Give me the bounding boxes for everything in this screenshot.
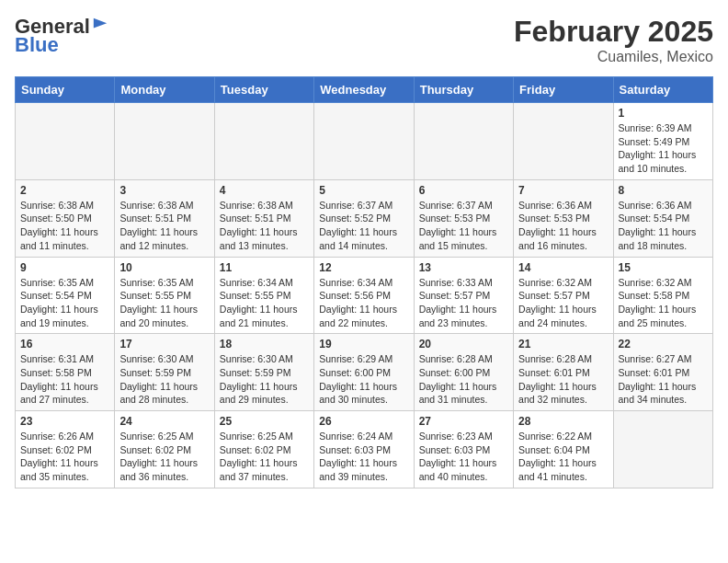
day-info: Sunrise: 6:34 AM Sunset: 5:56 PM Dayligh…	[319, 276, 408, 330]
calendar-cell: 9Sunrise: 6:35 AM Sunset: 5:54 PM Daylig…	[16, 257, 115, 334]
day-info: Sunrise: 6:30 AM Sunset: 5:59 PM Dayligh…	[220, 352, 309, 407]
day-info: Sunrise: 6:39 AM Sunset: 5:49 PM Dayligh…	[619, 121, 708, 176]
day-number: 5	[319, 184, 408, 197]
day-number: 9	[20, 261, 109, 274]
day-info: Sunrise: 6:28 AM Sunset: 6:01 PM Dayligh…	[518, 352, 608, 407]
day-info: Sunrise: 6:37 AM Sunset: 5:53 PM Dayligh…	[419, 199, 508, 253]
day-info: Sunrise: 6:32 AM Sunset: 5:58 PM Dayligh…	[619, 276, 708, 330]
day-number: 19	[319, 338, 408, 350]
day-info: Sunrise: 6:37 AM Sunset: 5:52 PM Dayligh…	[319, 199, 408, 253]
day-number: 6	[419, 184, 508, 197]
day-info: Sunrise: 6:38 AM Sunset: 5:50 PM Dayligh…	[20, 199, 109, 253]
calendar-cell: 27Sunrise: 6:23 AM Sunset: 6:03 PM Dayli…	[414, 411, 513, 488]
day-number: 15	[619, 261, 708, 274]
day-info: Sunrise: 6:24 AM Sunset: 6:03 PM Dayligh…	[319, 430, 408, 484]
title-block: February 2025 Cuamiles, Mexico	[514, 15, 713, 65]
calendar-cell: 24Sunrise: 6:25 AM Sunset: 6:02 PM Dayli…	[115, 411, 214, 488]
day-number: 12	[319, 261, 408, 274]
calendar-cell: 26Sunrise: 6:24 AM Sunset: 6:03 PM Dayli…	[314, 411, 414, 488]
calendar-cell: 19Sunrise: 6:29 AM Sunset: 6:00 PM Dayli…	[314, 334, 414, 411]
day-number: 24	[119, 415, 209, 428]
logo-flag-icon	[92, 17, 108, 33]
calendar-cell: 12Sunrise: 6:34 AM Sunset: 5:56 PM Dayli…	[314, 257, 414, 334]
day-number: 17	[119, 338, 209, 350]
day-info: Sunrise: 6:32 AM Sunset: 5:57 PM Dayligh…	[518, 276, 608, 330]
day-number: 21	[518, 338, 608, 350]
day-number: 3	[119, 184, 209, 197]
calendar-cell: 28Sunrise: 6:22 AM Sunset: 6:04 PM Dayli…	[514, 411, 613, 488]
calendar-cell	[414, 103, 513, 180]
calendar-cell: 1Sunrise: 6:39 AM Sunset: 5:49 PM Daylig…	[613, 103, 712, 180]
day-number: 14	[518, 261, 608, 274]
calendar-cell: 2Sunrise: 6:38 AM Sunset: 5:50 PM Daylig…	[16, 179, 115, 257]
day-number: 27	[419, 415, 508, 428]
calendar-week-row: 2Sunrise: 6:38 AM Sunset: 5:50 PM Daylig…	[16, 179, 713, 257]
day-number: 23	[20, 415, 109, 428]
day-number: 25	[220, 415, 309, 428]
day-info: Sunrise: 6:23 AM Sunset: 6:03 PM Dayligh…	[419, 430, 508, 484]
day-number: 22	[619, 338, 708, 350]
calendar-cell: 18Sunrise: 6:30 AM Sunset: 5:59 PM Dayli…	[214, 334, 313, 411]
calendar-cell: 15Sunrise: 6:32 AM Sunset: 5:58 PM Dayli…	[613, 257, 712, 334]
day-info: Sunrise: 6:38 AM Sunset: 5:51 PM Dayligh…	[119, 199, 209, 253]
calendar-cell: 6Sunrise: 6:37 AM Sunset: 5:53 PM Daylig…	[414, 179, 513, 257]
weekday-header: Tuesday	[214, 77, 313, 103]
day-info: Sunrise: 6:27 AM Sunset: 6:01 PM Dayligh…	[619, 352, 708, 407]
page-subtitle: Cuamiles, Mexico	[514, 49, 713, 65]
calendar-cell: 23Sunrise: 6:26 AM Sunset: 6:02 PM Dayli…	[16, 411, 115, 488]
calendar-week-row: 23Sunrise: 6:26 AM Sunset: 6:02 PM Dayli…	[16, 411, 713, 488]
calendar-cell	[115, 103, 214, 180]
weekday-header: Thursday	[414, 77, 513, 103]
calendar-cell: 13Sunrise: 6:33 AM Sunset: 5:57 PM Dayli…	[414, 257, 513, 334]
day-info: Sunrise: 6:26 AM Sunset: 6:02 PM Dayligh…	[20, 430, 109, 484]
calendar-cell: 8Sunrise: 6:36 AM Sunset: 5:54 PM Daylig…	[613, 179, 712, 257]
calendar-cell: 17Sunrise: 6:30 AM Sunset: 5:59 PM Dayli…	[115, 334, 214, 411]
calendar-cell: 20Sunrise: 6:28 AM Sunset: 6:00 PM Dayli…	[414, 334, 513, 411]
day-number: 13	[419, 261, 508, 274]
weekday-header: Monday	[115, 77, 214, 103]
calendar-cell: 16Sunrise: 6:31 AM Sunset: 5:58 PM Dayli…	[16, 334, 115, 411]
calendar-cell: 7Sunrise: 6:36 AM Sunset: 5:53 PM Daylig…	[514, 179, 613, 257]
day-info: Sunrise: 6:25 AM Sunset: 6:02 PM Dayligh…	[220, 430, 309, 484]
day-number: 18	[220, 338, 309, 350]
day-info: Sunrise: 6:36 AM Sunset: 5:54 PM Dayligh…	[619, 199, 708, 253]
day-info: Sunrise: 6:28 AM Sunset: 6:00 PM Dayligh…	[419, 352, 508, 407]
day-info: Sunrise: 6:35 AM Sunset: 5:55 PM Dayligh…	[119, 276, 209, 330]
logo: General Blue	[15, 15, 108, 57]
calendar-week-row: 1Sunrise: 6:39 AM Sunset: 5:49 PM Daylig…	[16, 103, 713, 180]
calendar-cell	[514, 103, 613, 180]
calendar-cell: 3Sunrise: 6:38 AM Sunset: 5:51 PM Daylig…	[115, 179, 214, 257]
calendar-cell: 5Sunrise: 6:37 AM Sunset: 5:52 PM Daylig…	[314, 179, 414, 257]
day-info: Sunrise: 6:29 AM Sunset: 6:00 PM Dayligh…	[319, 352, 408, 407]
calendar-table: SundayMondayTuesdayWednesdayThursdayFrid…	[15, 76, 713, 488]
calendar-cell: 25Sunrise: 6:25 AM Sunset: 6:02 PM Dayli…	[214, 411, 313, 488]
day-info: Sunrise: 6:35 AM Sunset: 5:54 PM Dayligh…	[20, 276, 109, 330]
day-number: 11	[220, 261, 309, 274]
day-number: 28	[518, 415, 608, 428]
calendar-cell	[214, 103, 313, 180]
weekday-header: Sunday	[16, 77, 115, 103]
calendar-cell: 10Sunrise: 6:35 AM Sunset: 5:55 PM Dayli…	[115, 257, 214, 334]
calendar-cell: 14Sunrise: 6:32 AM Sunset: 5:57 PM Dayli…	[514, 257, 613, 334]
day-number: 10	[119, 261, 209, 274]
calendar-week-row: 16Sunrise: 6:31 AM Sunset: 5:58 PM Dayli…	[16, 334, 713, 411]
weekday-header: Wednesday	[314, 77, 414, 103]
day-info: Sunrise: 6:34 AM Sunset: 5:55 PM Dayligh…	[220, 276, 309, 330]
calendar-cell	[16, 103, 115, 180]
day-number: 20	[419, 338, 508, 350]
day-number: 2	[20, 184, 109, 197]
weekday-header: Friday	[514, 77, 613, 103]
logo-blue: Blue	[15, 33, 59, 57]
page-title: February 2025	[514, 15, 713, 49]
day-number: 16	[20, 338, 109, 350]
svg-marker-0	[94, 18, 107, 29]
day-number: 8	[619, 184, 708, 197]
day-info: Sunrise: 6:36 AM Sunset: 5:53 PM Dayligh…	[518, 199, 608, 253]
calendar-cell	[314, 103, 414, 180]
day-number: 26	[319, 415, 408, 428]
day-info: Sunrise: 6:38 AM Sunset: 5:51 PM Dayligh…	[220, 199, 309, 253]
day-number: 1	[619, 107, 708, 120]
calendar-cell: 11Sunrise: 6:34 AM Sunset: 5:55 PM Dayli…	[214, 257, 313, 334]
calendar-header-row: SundayMondayTuesdayWednesdayThursdayFrid…	[16, 77, 713, 103]
calendar-cell: 4Sunrise: 6:38 AM Sunset: 5:51 PM Daylig…	[214, 179, 313, 257]
